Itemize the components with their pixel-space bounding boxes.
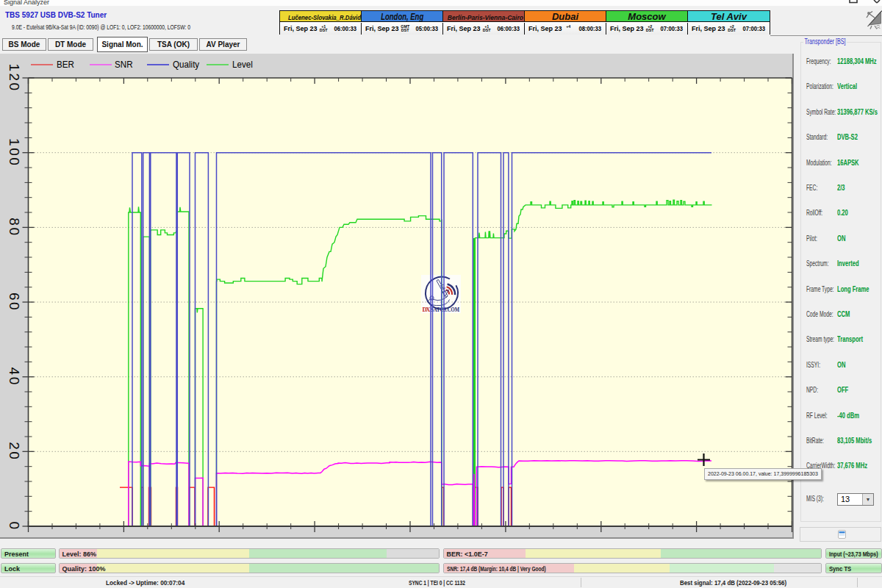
svg-text:0: 0 [7,521,22,531]
svg-text:DX: DX [423,306,431,313]
svg-text:60: 60 [7,293,22,312]
svg-text:120: 120 [7,63,22,92]
svg-text:80: 80 [7,218,22,237]
svg-text:20: 20 [7,442,22,461]
svg-text:100: 100 [7,138,22,167]
svg-text:SATCS.COM: SATCS.COM [431,306,459,313]
svg-text:40: 40 [7,368,22,387]
